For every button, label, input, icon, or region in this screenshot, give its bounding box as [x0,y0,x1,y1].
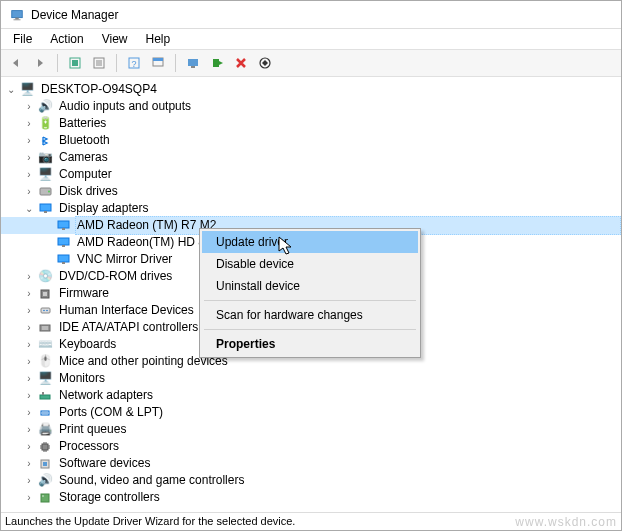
expand-icon[interactable]: › [23,271,35,283]
menu-bar: File Action View Help [1,29,621,49]
expand-icon[interactable]: › [23,135,35,147]
tree-category-audio[interactable]: › 🔊 Audio inputs and outputs [1,98,621,115]
expand-icon[interactable]: › [23,458,35,470]
menu-view[interactable]: View [94,30,136,48]
expand-icon[interactable]: › [23,101,35,113]
update-driver-button[interactable] [206,52,228,74]
scan-button[interactable] [182,52,204,74]
svg-point-40 [46,412,48,414]
node-label: Display adapters [57,200,150,217]
node-label: Batteries [57,115,108,132]
context-update-driver[interactable]: Update driver [202,231,418,253]
svg-rect-35 [40,395,50,399]
svg-rect-12 [153,58,163,61]
svg-rect-21 [58,221,69,228]
menu-file[interactable]: File [5,30,40,48]
camera-icon: 📷 [37,150,53,166]
sound-icon: 🔊 [37,473,53,489]
computer-icon: 🖥️ [37,167,53,183]
node-label: Cameras [57,149,110,166]
node-label: Computer [57,166,114,183]
node-label: Ports (COM & LPT) [57,404,165,421]
tree-category-computer[interactable]: › 🖥️ Computer [1,166,621,183]
expand-icon[interactable]: › [23,288,35,300]
expand-icon[interactable]: › [23,339,35,351]
expand-icon[interactable]: › [23,118,35,130]
svg-rect-20 [44,211,47,213]
disk-icon [37,184,53,200]
tree-category-ports[interactable]: › Ports (COM & LPT) [1,404,621,421]
svg-rect-0 [12,10,23,17]
expand-icon[interactable]: › [23,186,35,198]
svg-text:?: ? [131,59,136,69]
context-disable-device[interactable]: Disable device [202,253,418,275]
expand-icon[interactable]: › [23,169,35,181]
expand-icon[interactable]: › [23,424,35,436]
tree-category-storage[interactable]: › Storage controllers [1,489,621,506]
expand-icon[interactable]: › [23,390,35,402]
tree-root[interactable]: ⌄ 🖥️ DESKTOP-O94SQP4 [1,81,621,98]
node-label: Sound, video and game controllers [57,472,246,489]
tree-category-network[interactable]: › Network adapters [1,387,621,404]
context-properties[interactable]: Properties [202,333,418,355]
context-uninstall-device[interactable]: Uninstall device [202,275,418,297]
tree-category-processors[interactable]: › Processors [1,438,621,455]
node-label: Keyboards [57,336,118,353]
svg-rect-41 [42,444,48,450]
collapse-icon[interactable]: ⌄ [23,203,35,215]
tree-category-software[interactable]: › Software devices [1,455,621,472]
tree-category-display[interactable]: ⌄ Display adapters [1,200,621,217]
forward-button[interactable] [29,52,51,74]
keyboard-icon: ⌨️ [37,337,53,353]
monitor-icon: 🖥️ [37,371,53,387]
tree-category-sound[interactable]: › 🔊 Sound, video and game controllers [1,472,621,489]
context-scan-hardware[interactable]: Scan for hardware changes [202,304,418,326]
menu-help[interactable]: Help [138,30,179,48]
expand-icon[interactable]: › [23,492,35,504]
tree-category-disk[interactable]: › Disk drives [1,183,621,200]
display-icon [55,235,71,251]
node-label: VNC Mirror Driver [75,251,174,268]
expand-icon[interactable]: › [23,373,35,385]
svg-rect-4 [72,60,78,66]
expand-icon[interactable]: › [23,475,35,487]
node-label: Bluetooth [57,132,112,149]
svg-rect-1 [15,17,19,19]
svg-rect-19 [40,204,51,211]
collapse-icon[interactable]: ⌄ [5,84,17,96]
context-menu: Update driver Disable device Uninstall d… [199,228,421,358]
tree-category-cameras[interactable]: › 📷 Cameras [1,149,621,166]
expand-icon[interactable]: › [23,305,35,317]
node-label: Print queues [57,421,128,438]
svg-rect-36 [42,392,44,395]
back-button[interactable] [5,52,27,74]
tree-category-printq[interactable]: › 🖨️ Print queues [1,421,621,438]
view-button[interactable] [147,52,169,74]
audio-icon: 🔊 [37,99,53,115]
expand-icon[interactable]: › [23,152,35,164]
tree-category-batteries[interactable]: › 🔋 Batteries [1,115,621,132]
svg-rect-29 [41,308,50,313]
menu-action[interactable]: Action [42,30,91,48]
disable-button[interactable] [254,52,276,74]
watermark: www.wskdn.com [515,515,617,528]
node-label: Disk drives [57,183,120,200]
node-label: Network adapters [57,387,155,404]
tree-category-monitors[interactable]: › 🖥️ Monitors [1,370,621,387]
svg-point-38 [42,412,44,414]
node-label: IDE ATA/ATAPI controllers [57,319,200,336]
expand-icon[interactable]: › [23,356,35,368]
display-icon [55,218,71,234]
show-hidden-button[interactable] [64,52,86,74]
expand-icon[interactable]: › [23,407,35,419]
expand-icon[interactable]: › [23,441,35,453]
node-label: Software devices [57,455,152,472]
properties-button[interactable] [88,52,110,74]
firmware-icon [37,286,53,302]
expand-icon[interactable]: › [23,322,35,334]
uninstall-button[interactable] [230,52,252,74]
tree-category-bluetooth[interactable]: › Bluetooth [1,132,621,149]
status-bar: Launches the Update Driver Wizard for th… [1,512,621,530]
toolbar: ? [1,49,621,77]
help-button[interactable]: ? [123,52,145,74]
